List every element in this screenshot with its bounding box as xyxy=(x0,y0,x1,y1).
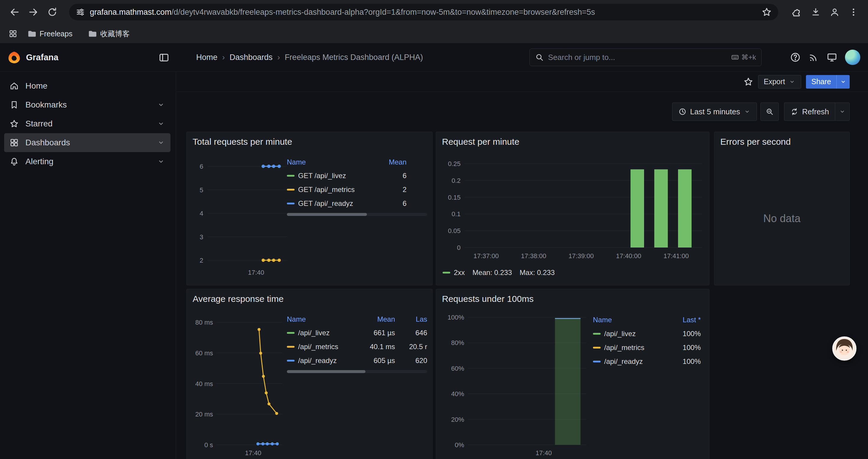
search-shortcut: ⌘+k xyxy=(731,53,756,61)
profile-button[interactable] xyxy=(826,4,843,21)
legend-series-toggle[interactable]: /api/_metrics xyxy=(593,343,668,352)
legend-series-toggle[interactable]: GET /api/_readyz xyxy=(287,199,362,208)
chevron-down-icon xyxy=(744,108,751,115)
svg-text:80%: 80% xyxy=(451,339,464,347)
time-range-label: Last 5 minutes xyxy=(690,107,740,117)
legend-series-toggle[interactable]: GET /api/_livez xyxy=(287,172,362,180)
chevron-down-icon[interactable] xyxy=(157,157,165,166)
legend-col-mean[interactable]: Mean xyxy=(362,158,406,166)
sidebar-item-dashboards[interactable]: Dashboards xyxy=(4,133,170,152)
user-avatar[interactable] xyxy=(845,50,860,65)
kiosk-mode-button[interactable] xyxy=(827,52,837,63)
total-requests-chart[interactable]: 6543217:40 xyxy=(190,158,291,285)
sidebar-item-alerting[interactable]: Alerting xyxy=(4,152,170,171)
legend-table: Name Mean GET /api/_livez 6 GET /api/_me… xyxy=(287,156,427,216)
legend-scrollbar[interactable] xyxy=(287,370,427,373)
panel-total-requests: Total requests per minute 6543217:40 Nam… xyxy=(186,132,433,285)
help-button[interactable] xyxy=(790,52,801,63)
refresh-interval-dropdown[interactable] xyxy=(835,102,850,121)
legend-value: 6 xyxy=(362,172,406,180)
legend-series-toggle[interactable]: /api/_readyz xyxy=(287,357,346,365)
chevron-down-icon[interactable] xyxy=(157,120,165,128)
header-actions xyxy=(790,43,860,71)
average-response-time-chart[interactable]: 80 ms60 ms40 ms20 ms0 s17:40 xyxy=(187,314,288,459)
requests-under-100ms-chart[interactable]: 100%80%60%40%20%0%17:40 xyxy=(436,314,601,459)
legend-scrollbar[interactable] xyxy=(287,213,427,216)
scrollbar-thumb[interactable] xyxy=(287,213,367,216)
address-bar[interactable]: grafana.mathmast.com/d/deytv4rwavabkb/fr… xyxy=(69,4,778,21)
legend-series-toggle[interactable]: /api/_livez xyxy=(593,330,668,338)
chevron-down-icon[interactable] xyxy=(157,138,165,147)
breadcrumb-dashboards[interactable]: Dashboards xyxy=(229,53,273,62)
downloads-button[interactable] xyxy=(807,4,824,21)
svg-text:0.05: 0.05 xyxy=(448,227,461,234)
search-input[interactable] xyxy=(548,53,727,62)
panel-title[interactable]: Total requests per minute xyxy=(193,137,292,147)
refresh-button[interactable]: Refresh xyxy=(784,102,835,121)
assistant-avatar[interactable] xyxy=(832,336,857,361)
site-settings-icon[interactable] xyxy=(75,7,85,17)
breadcrumb-separator: › xyxy=(277,53,280,62)
tab-groups-button[interactable] xyxy=(6,27,20,40)
series-color-chip xyxy=(593,361,601,362)
panel-title[interactable]: Request per minute xyxy=(442,137,519,147)
legend-col-last[interactable]: Last * xyxy=(668,316,701,324)
legend-series-toggle[interactable]: /api/_livez xyxy=(287,329,346,337)
forward-button[interactable] xyxy=(25,4,42,21)
chevron-down-icon xyxy=(788,78,796,85)
bookmark-item[interactable]: 收藏博客 xyxy=(84,27,133,40)
legend-series-toggle[interactable]: GET /api/_metrics xyxy=(287,186,362,194)
request-per-minute-chart[interactable]: 00.050.10.150.20.2517:37:0017:38:0017:39… xyxy=(436,157,710,266)
panel-title[interactable]: Requests under 100ms xyxy=(442,294,533,304)
legend-col-name[interactable]: Name xyxy=(593,316,668,324)
panel-title[interactable]: Average response time xyxy=(193,294,284,304)
panel-requests-under-100ms: Requests under 100ms 100%80%60%40%20%0%1… xyxy=(436,289,709,459)
legend-col-name[interactable]: Name xyxy=(287,158,362,166)
legend-col-mean[interactable]: Mean xyxy=(351,315,395,323)
favorite-dashboard-button[interactable] xyxy=(743,77,753,87)
browser-menu-button[interactable] xyxy=(845,4,862,21)
legend-col-last[interactable]: Las xyxy=(399,315,427,323)
legend-row: /api/_metrics 100% xyxy=(593,340,701,355)
scrollbar-thumb[interactable] xyxy=(287,370,366,373)
legend-col-name[interactable]: Name xyxy=(287,315,346,323)
sidebar-item-starred[interactable]: Starred xyxy=(4,114,170,133)
share-button[interactable]: Share xyxy=(806,75,836,89)
svg-text:0 s: 0 s xyxy=(205,441,213,449)
news-button[interactable] xyxy=(808,52,819,63)
breadcrumb-home[interactable]: Home xyxy=(196,53,217,62)
no-data-message: No data xyxy=(714,212,849,225)
legend-series-toggle[interactable]: /api/_readyz xyxy=(593,357,668,366)
time-range-picker[interactable]: Last 5 minutes xyxy=(672,102,757,121)
bookmark-star-icon[interactable] xyxy=(762,7,772,17)
svg-text:17:41:00: 17:41:00 xyxy=(663,252,689,260)
sidebar-item-home[interactable]: Home xyxy=(4,76,170,95)
legend-value: 2 xyxy=(362,186,406,194)
export-button[interactable]: Export xyxy=(758,75,801,89)
svg-text:0.15: 0.15 xyxy=(448,194,461,201)
sidebar-nav: Home Bookmarks Starred Dashboards Alerti… xyxy=(0,72,176,459)
panel-toggle-icon xyxy=(159,52,169,63)
breadcrumb: Home › Dashboards › Freeleaps Metrics Da… xyxy=(196,43,423,71)
url-text[interactable]: grafana.mathmast.com/d/deytv4rwavabkb/fr… xyxy=(90,8,757,17)
svg-text:17:40:00: 17:40:00 xyxy=(616,252,642,260)
chevron-down-icon[interactable] xyxy=(157,101,165,109)
search-box[interactable]: ⌘+k xyxy=(529,48,762,66)
panel-request-per-minute: Request per minute 00.050.10.150.20.2517… xyxy=(436,132,709,285)
bookmark-item[interactable]: Freeleaps xyxy=(24,28,76,40)
sidebar-item-bookmarks[interactable]: Bookmarks xyxy=(4,95,170,114)
panel-title[interactable]: Errors per second xyxy=(720,137,790,147)
brand[interactable]: Grafana xyxy=(8,43,59,71)
svg-text:100%: 100% xyxy=(447,314,464,321)
legend-series-toggle[interactable]: /api/_metrics xyxy=(287,342,346,351)
zoom-out-button[interactable] xyxy=(761,102,779,121)
reload-button[interactable] xyxy=(44,4,61,21)
share-dropdown-button[interactable] xyxy=(836,75,850,89)
legend-series-toggle[interactable]: 2xx xyxy=(442,268,465,277)
legend-value: 605 µs xyxy=(351,357,395,365)
sidebar-toggle[interactable] xyxy=(157,50,172,65)
folder-icon xyxy=(88,29,97,38)
back-button[interactable] xyxy=(6,4,23,21)
svg-text:40%: 40% xyxy=(451,390,464,398)
extensions-button[interactable] xyxy=(788,4,805,21)
